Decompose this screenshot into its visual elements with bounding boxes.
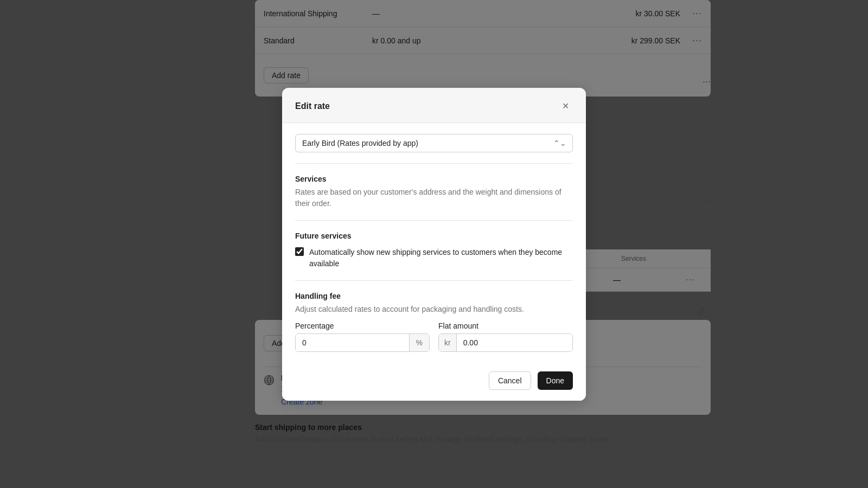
services-title: Services: [295, 175, 573, 183]
rate-dropdown-wrapper: Early Bird (Rates provided by app) ⌃⌄: [295, 134, 573, 152]
handling-fee-divider: [295, 280, 573, 281]
services-divider: [295, 163, 573, 164]
services-desc: Rates are based on your customer's addre…: [295, 187, 573, 209]
services-section: Services Rates are based on your custome…: [295, 175, 573, 209]
future-services-checkbox[interactable]: [295, 247, 304, 256]
edit-rate-modal: Edit rate ✕ Early Bird (Rates provided b…: [282, 88, 586, 401]
future-services-checkbox-label: Automatically show new shipping services…: [309, 247, 573, 269]
flat-amount-field-group: Flat amount kr: [438, 322, 573, 352]
flat-amount-input-wrapper: kr: [438, 333, 573, 352]
flat-amount-input[interactable]: [457, 334, 572, 351]
percentage-suffix-icon: %: [409, 334, 429, 351]
flat-amount-label: Flat amount: [438, 322, 573, 330]
modal-title: Edit rate: [295, 101, 330, 111]
modal-footer: Cancel Done: [282, 363, 586, 401]
modal-header: Edit rate ✕: [282, 88, 586, 123]
close-icon: ✕: [562, 101, 569, 111]
handling-fee-title: Handling fee: [295, 292, 573, 300]
modal-overlay: Edit rate ✕ Early Bird (Rates provided b…: [0, 0, 868, 488]
modal-close-button[interactable]: ✕: [558, 99, 573, 114]
handling-fee-fields: Percentage % Flat amount kr: [295, 322, 573, 352]
future-services-divider: [295, 220, 573, 221]
future-services-checkbox-row: Automatically show new shipping services…: [295, 247, 573, 269]
done-button[interactable]: Done: [538, 371, 573, 390]
percentage-input[interactable]: [296, 334, 409, 351]
cancel-button[interactable]: Cancel: [489, 371, 531, 390]
handling-fee-section: Handling fee Adjust calculated rates to …: [295, 292, 573, 352]
modal-body: Early Bird (Rates provided by app) ⌃⌄ Se…: [282, 123, 586, 363]
future-services-title: Future services: [295, 232, 573, 240]
percentage-field-group: Percentage %: [295, 322, 430, 352]
flat-amount-prefix: kr: [439, 334, 457, 351]
percentage-label: Percentage: [295, 322, 430, 330]
rate-dropdown[interactable]: Early Bird (Rates provided by app): [295, 134, 573, 152]
percentage-input-wrapper: %: [295, 333, 430, 352]
future-services-section: Future services Automatically show new s…: [295, 232, 573, 269]
handling-fee-desc: Adjust calculated rates to account for p…: [295, 304, 573, 315]
